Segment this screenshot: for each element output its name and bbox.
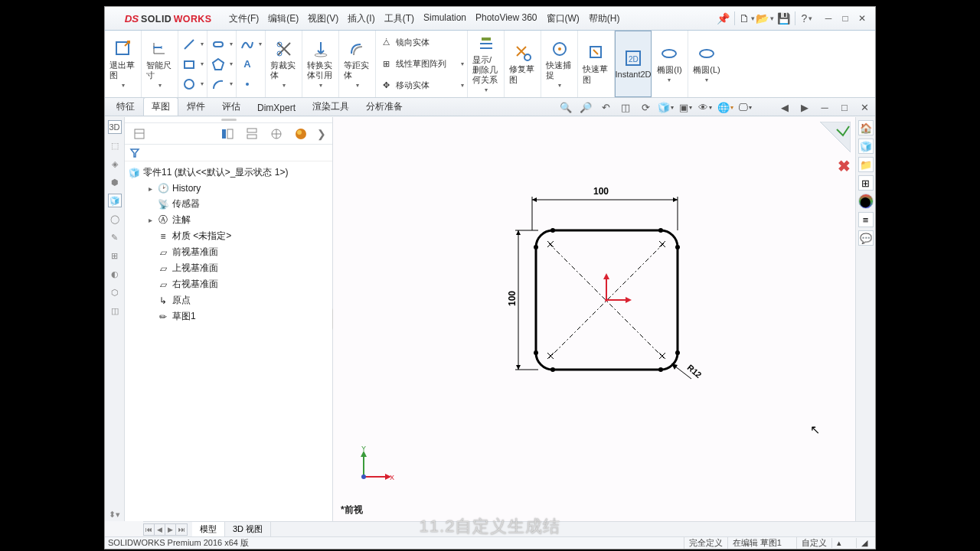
li-icon[interactable]: 🧊 xyxy=(108,194,122,207)
smart-dimension-button[interactable]: 智能尺寸 ▾ xyxy=(145,37,175,91)
tree-material[interactable]: ≡材质 <未指定> xyxy=(126,228,331,244)
plane-orient-icon[interactable]: ⬍▾ xyxy=(108,507,122,521)
tree-history[interactable]: ▸🕑History xyxy=(126,181,331,196)
tree-sensors[interactable]: 📡传感器 xyxy=(126,196,331,212)
doc-close-icon[interactable]: ✕ xyxy=(857,99,872,115)
resources-icon[interactable]: 🧊 xyxy=(858,139,874,154)
quick-snap-button[interactable]: 快速捕捉▾ xyxy=(544,37,574,91)
li-icon[interactable]: ◐ xyxy=(108,267,122,281)
tree-more-icon[interactable]: ❯ xyxy=(314,128,329,140)
menu-edit[interactable]: 编辑(E) xyxy=(263,9,303,28)
menu-simulation[interactable]: Simulation xyxy=(419,9,471,28)
li-icon[interactable]: ⬢ xyxy=(108,175,122,189)
tree-front-plane[interactable]: ▱前视基准面 xyxy=(126,244,331,260)
line-tool-icon[interactable] xyxy=(181,37,197,52)
ellipse-l-button[interactable]: 椭圆(L)▾ xyxy=(691,42,721,86)
tree-origin[interactable]: ↳原点 xyxy=(126,292,331,308)
li-icon[interactable]: ◫ xyxy=(108,304,122,318)
prev-view-icon[interactable]: ↶ xyxy=(598,99,613,115)
tab-weld[interactable]: 焊件 xyxy=(178,97,214,116)
mirror-button[interactable]: ⧊镜向实体 xyxy=(379,34,464,52)
maximize-button[interactable]: □ xyxy=(837,11,854,26)
tree-root[interactable]: 🧊零件11 (默认<<默认>_显示状态 1>) xyxy=(126,165,331,181)
status-custom[interactable]: 自定义 xyxy=(796,537,831,549)
doc-prev-icon[interactable]: ◀ xyxy=(777,99,792,115)
tree-tab-fm[interactable] xyxy=(128,126,151,142)
cancel-sketch-icon[interactable]: ✖ xyxy=(838,157,851,175)
offset-button[interactable]: 等距实体▾ xyxy=(342,37,372,91)
polygon-tool-icon[interactable] xyxy=(211,57,226,72)
tree-tab-pm[interactable] xyxy=(216,126,239,142)
point-tool-icon[interactable] xyxy=(240,77,255,92)
rapid-sketch-button[interactable]: 快速草图 xyxy=(581,41,611,86)
new-doc-button[interactable]: 🗋 xyxy=(738,10,755,27)
ellipse-i-button[interactable]: 椭圆(I)▾ xyxy=(655,42,683,86)
tree-tab-dim[interactable] xyxy=(265,126,288,142)
tab-eval[interactable]: 评估 xyxy=(214,97,249,116)
circle-tool-icon[interactable] xyxy=(181,77,197,92)
rect-tool-icon[interactable] xyxy=(181,57,197,72)
move-button[interactable]: ✥移动实体▾ xyxy=(379,77,464,95)
li-icon[interactable]: ✎ xyxy=(108,230,122,244)
menu-tools[interactable]: 工具(T) xyxy=(380,9,419,28)
status-dd-icon[interactable]: ▴ xyxy=(831,538,846,548)
zoom-fit-icon[interactable]: 🔍 xyxy=(558,99,573,115)
library-icon[interactable]: 📁 xyxy=(858,157,874,172)
menu-view[interactable]: 视图(V) xyxy=(303,9,343,28)
pin-icon[interactable]: 📌 xyxy=(714,10,731,27)
doc-max-icon[interactable]: □ xyxy=(837,99,852,115)
dimension-100-h[interactable]: 100 xyxy=(593,186,609,197)
doc-min-icon[interactable]: ─ xyxy=(817,99,832,115)
exit-sketch-button[interactable]: 退出草图 ▾ xyxy=(108,37,138,91)
dynamic-view-icon[interactable]: ⟳ xyxy=(638,99,653,115)
view-palette-icon[interactable]: ⊞ xyxy=(858,175,874,191)
forum-icon[interactable]: 💬 xyxy=(858,230,874,246)
view-orient-icon[interactable]: 🧊 xyxy=(658,99,673,115)
menu-insert[interactable]: 插入(I) xyxy=(343,9,379,28)
trim-button[interactable]: 剪裁实体▾ xyxy=(269,37,299,91)
tab-feature[interactable]: 特征 xyxy=(108,97,143,116)
menu-file[interactable]: 文件(F) xyxy=(224,9,263,28)
tab-analysis[interactable]: 分析准备 xyxy=(358,97,411,116)
tree-tab-cfg[interactable] xyxy=(240,126,263,142)
tree-right-plane[interactable]: ▱右视基准面 xyxy=(126,276,331,292)
repair-button[interactable]: 修复草图 xyxy=(508,41,537,86)
menu-photoview[interactable]: PhotoView 360 xyxy=(471,9,542,28)
tab-render[interactable]: 渲染工具 xyxy=(304,97,358,116)
li-icon[interactable]: ⊞ xyxy=(108,249,122,262)
li-icon[interactable]: ◯ xyxy=(108,212,122,226)
filter-icon[interactable] xyxy=(128,146,142,160)
li-icon[interactable]: ⬚ xyxy=(108,139,122,152)
tab-model[interactable]: 模型 xyxy=(192,522,225,536)
arc-tool-icon[interactable] xyxy=(211,77,226,92)
minimize-button[interactable]: ─ xyxy=(820,11,837,26)
panel-drag-handle[interactable] xyxy=(221,119,237,121)
tree-tab-render[interactable] xyxy=(289,126,312,142)
relations-button[interactable]: 显示/删除几何关系▾ xyxy=(471,32,501,96)
text-tool-icon[interactable]: A xyxy=(240,57,255,72)
graphics-area[interactable]: ✖ xyxy=(333,117,855,521)
li-icon[interactable]: ◈ xyxy=(108,157,122,171)
slot-tool-icon[interactable] xyxy=(211,37,226,52)
dimension-100-v[interactable]: 100 xyxy=(507,291,518,306)
custom-props-icon[interactable]: ≡ xyxy=(858,212,874,227)
menu-window[interactable]: 窗口(W) xyxy=(542,9,584,28)
tree-annotations[interactable]: ▸Ⓐ注解 xyxy=(126,212,331,228)
hide-show-icon[interactable]: 👁 xyxy=(697,99,713,115)
section-view-icon[interactable]: ◫ xyxy=(618,99,633,115)
doc-next-icon[interactable]: ▶ xyxy=(797,99,812,115)
appearance-icon[interactable]: 🌐 xyxy=(717,99,733,115)
save-button[interactable]: 💾 xyxy=(775,10,792,27)
li-icon[interactable]: ⬡ xyxy=(108,285,122,299)
linear-pattern-button[interactable]: ⊞线性草图阵列▾ xyxy=(379,55,464,73)
menu-help[interactable]: 帮助(H) xyxy=(584,9,625,28)
spline-tool-icon[interactable] xyxy=(240,37,255,52)
help-button[interactable]: ? xyxy=(799,10,815,27)
instant2d-button[interactable]: 2DInstant2D xyxy=(613,47,652,81)
nav-last-icon[interactable]: ⏭ xyxy=(176,524,187,535)
open-doc-button[interactable]: 📂 xyxy=(756,10,773,27)
zoom-area-icon[interactable]: 🔎 xyxy=(578,99,593,115)
status-resize-icon[interactable]: ◢ xyxy=(856,538,872,548)
tab-dimxpert[interactable]: DimXpert xyxy=(249,99,304,116)
view-settings-icon[interactable]: 🖵 xyxy=(737,99,753,115)
